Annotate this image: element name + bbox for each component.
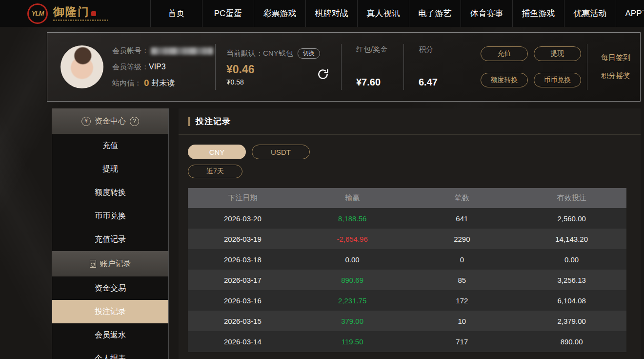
table-row: 2026-03-162,231.751726,104.08 (188, 290, 626, 311)
sidebar-item[interactable]: 充值记录 (52, 228, 168, 251)
yen-cycle-icon: ¥ (81, 117, 91, 126)
deposit-button[interactable]: 充值 (481, 46, 528, 61)
sidebar-item[interactable]: 额度转换 (52, 181, 168, 204)
bet-records-panel: 投注记录 CNY USDT 近7天 下注日期输赢笔数有效投注 2026-03-2… (179, 108, 641, 359)
sidebar-item[interactable]: 资金交易 (52, 276, 168, 300)
ledger-icon (90, 260, 96, 268)
bet-date: 2026-03-17 (188, 270, 298, 290)
nav-item[interactable]: 真人视讯 (357, 0, 409, 27)
nav-item[interactable]: APP下载 (616, 0, 644, 27)
quota-transfer-button[interactable]: 额度转换 (481, 73, 528, 87)
points-value: 6.47 (419, 77, 466, 90)
daily-links: 每日签到 积分摇奖 (587, 44, 630, 90)
nav-item[interactable]: 电子游艺 (409, 0, 461, 27)
logo-seal-icon (91, 11, 96, 16)
table-header-cell: 下注日期 (188, 188, 298, 208)
wallet-default-label: 当前默认：CNY钱包 (226, 49, 293, 58)
valid-bet-amount: 6,104.08 (517, 290, 626, 311)
bet-date: 2026-03-18 (188, 249, 298, 270)
refresh-balance-icon[interactable] (317, 68, 329, 82)
sidebar-item[interactable]: 提现 (52, 157, 168, 181)
bet-count: 85 (407, 270, 517, 290)
valid-bet-amount: 890.00 (517, 331, 626, 352)
table-row: 2026-03-14119.50717890.00 (188, 331, 626, 352)
nav-item[interactable]: 优惠活动 (564, 0, 616, 27)
withdraw-button[interactable]: 提现 (534, 46, 581, 61)
win-loss-value: 8,188.56 (298, 208, 407, 229)
bonus-label: 红包/奖金 (356, 44, 403, 54)
panel-header: 投注记录 (179, 108, 641, 135)
logo-text: 御隆门 (53, 6, 108, 21)
sidebar: ¥资金中心?充值提现额度转换币币兑换充值记录账户记录资金交易投注记录会员返水个人… (52, 108, 169, 359)
bet-count: 10 (407, 311, 517, 331)
help-icon[interactable]: ? (130, 117, 139, 126)
bonus-value: ¥7.60 (356, 77, 403, 90)
sidebar-item[interactable]: 个人报表 (52, 347, 168, 359)
currency-tab-cny[interactable]: CNY (188, 145, 246, 159)
win-loss-value: 2,231.75 (298, 290, 407, 311)
win-loss-value: 119.50 (298, 331, 407, 352)
points-draw-link[interactable]: 积分摇奖 (601, 71, 630, 81)
site-name: 御隆门 (53, 6, 90, 18)
coin-exchange-button[interactable]: 币币兑换 (534, 73, 581, 87)
wallet-actions: 充值 提现 额度转换 币币兑换 (466, 46, 587, 87)
win-loss-value: 890.69 (298, 270, 407, 290)
bet-date: 2026-03-15 (188, 311, 298, 331)
win-loss-value: 379.00 (298, 311, 407, 331)
bet-count: 0 (407, 249, 517, 270)
sidebar-section-title: 账户记录 (100, 259, 131, 269)
table-row: 2026-03-180.0000.00 (188, 249, 626, 270)
account-label: 会员帐号： (112, 46, 149, 56)
valid-bet-amount: 0.00 (517, 249, 626, 270)
sidebar-item[interactable]: 充值 (52, 134, 168, 157)
wallet-section: 当前默认：CNY钱包 切换 ¥0.46 ₮0.58 (216, 48, 341, 86)
page: YLM 御隆门 首页PC蛋蛋彩票游戏棋牌对战真人视讯电子游艺体育赛事捕鱼游戏优惠… (0, 0, 644, 359)
filters: CNY USDT 近7天 (179, 135, 641, 178)
logo-emblem-icon: YLM (27, 3, 48, 24)
sidebar-section-header: ¥资金中心? (52, 108, 168, 134)
valid-bet-amount: 2,560.00 (517, 208, 626, 229)
sidebar-item-active[interactable]: 投注记录 (52, 300, 168, 323)
nav-item[interactable]: 彩票游戏 (254, 0, 305, 27)
win-loss-value: -2,654.96 (298, 229, 407, 249)
points-label: 积分 (419, 44, 466, 54)
top-nav: YLM 御隆门 首页PC蛋蛋彩票游戏棋牌对战真人视讯电子游艺体育赛事捕鱼游戏优惠… (0, 0, 644, 27)
level-value: VIP3 (149, 63, 166, 71)
valid-bet-amount: 2,379.00 (517, 311, 626, 331)
points-section: 积分 6.47 (404, 44, 466, 90)
currency-tab-usdt[interactable]: USDT (252, 145, 310, 159)
table-header-cell: 输赢 (298, 188, 407, 208)
daily-signin-link[interactable]: 每日签到 (601, 53, 630, 63)
page-title: 投注记录 (196, 116, 231, 127)
bet-count: 717 (407, 331, 517, 352)
profile-section: 会员帐号： 会员等级： VIP3 站内信： 0 封未读 (47, 43, 215, 91)
sidebar-item[interactable]: 会员返水 (52, 323, 168, 347)
sidebar-item[interactable]: 币币兑换 (52, 204, 168, 228)
table-row: 2026-03-208,188.566412,560.00 (188, 208, 626, 229)
table-header-row: 下注日期输赢笔数有效投注 (188, 188, 626, 208)
wallet-switch-button[interactable]: 切换 (298, 48, 320, 59)
site-logo[interactable]: YLM 御隆门 (0, 0, 150, 27)
date-range-button[interactable]: 近7天 (188, 165, 242, 178)
valid-bet-amount: 14,143.20 (517, 229, 626, 249)
table-header-cell: 笔数 (407, 188, 517, 208)
nav-item[interactable]: 体育赛事 (461, 0, 512, 27)
nav-item[interactable]: 棋牌对战 (305, 0, 357, 27)
bet-date: 2026-03-20 (188, 208, 298, 229)
table-body: 2026-03-208,188.566412,560.002026-03-19-… (188, 208, 626, 352)
nav-item[interactable]: PC蛋蛋 (202, 0, 254, 27)
valid-bet-amount: 3,256.13 (517, 270, 626, 290)
bet-date: 2026-03-16 (188, 290, 298, 311)
bet-count: 2290 (407, 229, 517, 249)
table-header-cell: 有效投注 (517, 188, 626, 208)
sidebar-section-header: 账户记录 (52, 251, 168, 276)
unread-mail-count[interactable]: 0 (141, 78, 152, 88)
table-row: 2026-03-15379.00102,379.00 (188, 311, 626, 331)
avatar[interactable] (60, 45, 103, 88)
nav-item[interactable]: 捕鱼游戏 (512, 0, 564, 27)
nav-item[interactable]: 首页 (150, 0, 202, 27)
bonus-section: 红包/奖金 ¥7.60 (342, 44, 403, 90)
bet-records-table: 下注日期输赢笔数有效投注 2026-03-208,188.566412,560.… (188, 188, 626, 352)
content-area: ¥资金中心?充值提现额度转换币币兑换充值记录账户记录资金交易投注记录会员返水个人… (52, 108, 641, 359)
mail-label: 站内信： (112, 79, 141, 88)
